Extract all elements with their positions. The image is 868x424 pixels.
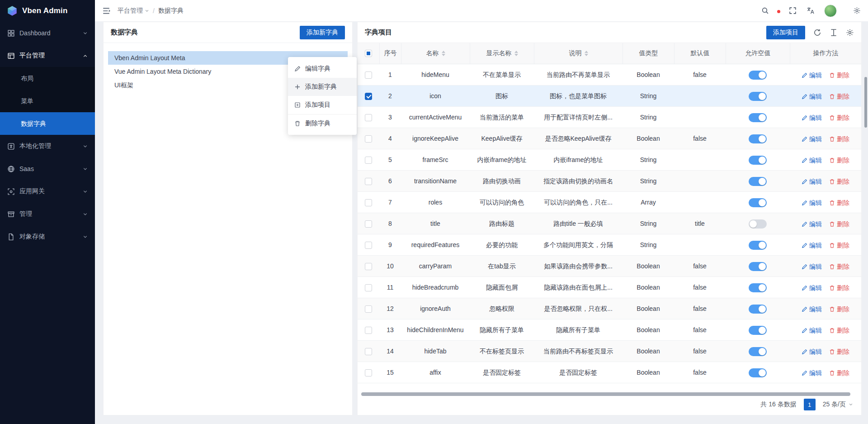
delete-link[interactable]: 删除 bbox=[829, 320, 849, 340]
sidebar-item-layout[interactable]: 布局 bbox=[0, 67, 95, 90]
column-header-name[interactable]: 名称 bbox=[401, 43, 470, 64]
edit-link[interactable]: 编辑 bbox=[802, 107, 822, 128]
nullable-toggle[interactable] bbox=[749, 305, 767, 314]
sidebar-item-saas[interactable]: Saas bbox=[0, 157, 95, 180]
app-logo[interactable]: Vben Admin bbox=[0, 0, 95, 22]
row-checkbox[interactable] bbox=[365, 199, 372, 206]
column-header-display[interactable]: 显示名称 bbox=[470, 43, 534, 64]
row-checkbox[interactable] bbox=[365, 305, 372, 313]
window-vertical-scrollbar[interactable] bbox=[864, 77, 867, 128]
pagination-page-1[interactable]: 1 bbox=[804, 399, 816, 410]
page-size-select[interactable]: 25 条/页 bbox=[823, 400, 853, 409]
theme-settings-gear-icon[interactable] bbox=[853, 7, 861, 14]
edit-link[interactable]: 编辑 bbox=[802, 150, 822, 170]
edit-link[interactable]: 编辑 bbox=[802, 171, 822, 191]
row-checkbox[interactable] bbox=[365, 327, 372, 334]
context-menu-add-dictionary[interactable]: 添加新字典 bbox=[288, 78, 357, 96]
delete-link[interactable]: 删除 bbox=[829, 214, 849, 234]
table-row[interactable]: 8title路由标题路由title 一般必填Stringtitle编辑删除 bbox=[358, 213, 861, 234]
user-avatar[interactable] bbox=[824, 5, 837, 17]
delete-link[interactable]: 删除 bbox=[829, 86, 849, 106]
row-checkbox[interactable] bbox=[365, 263, 372, 270]
delete-link[interactable]: 删除 bbox=[829, 277, 849, 298]
table-row[interactable]: 5frameSrc内嵌iframe的地址内嵌iframe的地址String编辑删… bbox=[358, 149, 861, 171]
edit-link[interactable]: 编辑 bbox=[802, 320, 822, 340]
row-checkbox[interactable] bbox=[365, 348, 372, 355]
delete-link[interactable]: 删除 bbox=[829, 129, 849, 149]
row-checkbox[interactable] bbox=[365, 157, 372, 164]
fullscreen-icon[interactable] bbox=[789, 7, 797, 14]
sidebar-item-platform-management[interactable]: 平台管理 bbox=[0, 44, 95, 67]
nullable-toggle[interactable] bbox=[749, 241, 767, 250]
refresh-icon[interactable] bbox=[813, 29, 821, 37]
edit-link[interactable]: 编辑 bbox=[802, 214, 822, 234]
context-menu-add-item[interactable]: 添加项目 bbox=[288, 96, 357, 114]
table-row[interactable]: 6transitionName路由切换动画指定该路由切换的动画名String编辑… bbox=[358, 171, 861, 192]
row-checkbox[interactable] bbox=[365, 284, 372, 291]
edit-link[interactable]: 编辑 bbox=[802, 362, 822, 383]
nullable-toggle[interactable] bbox=[749, 326, 767, 335]
column-header-sel[interactable] bbox=[358, 43, 379, 64]
nullable-toggle[interactable] bbox=[749, 156, 767, 165]
edit-link[interactable]: 编辑 bbox=[802, 299, 822, 319]
table-row[interactable]: 12ignoreAuth忽略权限是否忽略权限，只在权...Booleanfals… bbox=[358, 298, 861, 319]
sort-carets[interactable] bbox=[442, 51, 445, 56]
row-checkbox[interactable] bbox=[365, 135, 372, 143]
table-row[interactable]: 15affix是否固定标签是否固定标签Booleanfalse编辑删除 bbox=[358, 362, 861, 383]
context-menu-edit-dictionary[interactable]: 编辑字典 bbox=[288, 60, 357, 78]
delete-link[interactable]: 删除 bbox=[829, 235, 849, 255]
table-row[interactable]: 2icon图标图标，也是菜单图标String编辑删除 bbox=[358, 86, 861, 107]
sidebar-item-management[interactable]: 管理 bbox=[0, 203, 95, 225]
delete-link[interactable]: 删除 bbox=[829, 341, 849, 362]
column-settings-gear-icon[interactable] bbox=[846, 29, 854, 37]
table-row[interactable]: 11hideBreadcrumb隐藏面包屑隐藏该路由在面包屑上...Boolea… bbox=[358, 277, 861, 298]
add-dictionary-button[interactable]: 添加新字典 bbox=[300, 26, 345, 39]
nullable-toggle[interactable] bbox=[749, 177, 767, 186]
column-header-desc[interactable]: 说明 bbox=[534, 43, 623, 64]
delete-link[interactable]: 删除 bbox=[829, 107, 849, 128]
language-translate-icon[interactable] bbox=[807, 7, 814, 14]
nullable-toggle[interactable] bbox=[749, 283, 767, 292]
row-height-icon[interactable] bbox=[830, 29, 838, 37]
row-checkbox[interactable] bbox=[365, 93, 372, 100]
sidebar-item-data-dictionary[interactable]: 数据字典 bbox=[0, 112, 95, 135]
delete-link[interactable]: 删除 bbox=[829, 171, 849, 191]
table-row[interactable]: 7roles可以访问的角色可以访问的角色，只在...Array编辑删除 bbox=[358, 192, 861, 213]
row-checkbox[interactable] bbox=[365, 71, 372, 79]
row-checkbox[interactable] bbox=[365, 114, 372, 121]
edit-link[interactable]: 编辑 bbox=[802, 65, 822, 85]
row-checkbox[interactable] bbox=[365, 178, 372, 185]
nullable-toggle[interactable] bbox=[749, 347, 767, 356]
sidebar-item-menu[interactable]: 菜单 bbox=[0, 90, 95, 112]
edit-link[interactable]: 编辑 bbox=[802, 277, 822, 298]
edit-link[interactable]: 编辑 bbox=[802, 86, 822, 106]
context-menu-delete-dictionary[interactable]: 删除字典 bbox=[288, 114, 357, 132]
sidebar-item-dashboard[interactable]: Dashboard bbox=[0, 22, 95, 44]
row-checkbox[interactable] bbox=[365, 369, 372, 376]
horizontal-scrollbar[interactable] bbox=[361, 392, 850, 396]
nullable-toggle[interactable] bbox=[749, 198, 767, 207]
delete-link[interactable]: 删除 bbox=[829, 256, 849, 276]
nullable-toggle[interactable] bbox=[749, 71, 767, 80]
table-row[interactable]: 13hideChildrenInMenu隐藏所有子菜单隐藏所有子菜单Boolea… bbox=[358, 319, 861, 341]
edit-link[interactable]: 编辑 bbox=[802, 256, 822, 276]
table-row[interactable]: 3currentActiveMenu当前激活的菜单用于配置详情页时左侧...St… bbox=[358, 107, 861, 128]
nullable-toggle[interactable] bbox=[749, 368, 767, 377]
nullable-toggle[interactable] bbox=[749, 219, 767, 229]
sidebar-collapse-icon[interactable] bbox=[102, 7, 110, 15]
table-row[interactable]: 14hideTab不在标签页显示当前路由不再标签页显示Booleanfalse编… bbox=[358, 341, 861, 362]
add-item-button[interactable]: 添加项目 bbox=[766, 26, 805, 39]
nullable-toggle[interactable] bbox=[749, 134, 767, 143]
edit-link[interactable]: 编辑 bbox=[802, 129, 822, 149]
table-row[interactable]: 9requiredFeatures必要的功能多个功能间用英文，分隔String编… bbox=[358, 234, 861, 256]
table-row[interactable]: 10carryParam在tab显示如果该路由会携带参数...Booleanfa… bbox=[358, 256, 861, 277]
nullable-toggle[interactable] bbox=[749, 92, 767, 101]
sidebar-item-localization[interactable]: 本地化管理 bbox=[0, 135, 95, 157]
nullable-toggle[interactable] bbox=[749, 113, 767, 122]
table-row[interactable]: 4ignoreKeepAliveKeepAlive缓存是否忽略KeepAlive… bbox=[358, 128, 861, 149]
delete-link[interactable]: 删除 bbox=[829, 299, 849, 319]
sort-carets[interactable] bbox=[585, 51, 588, 56]
sidebar-item-object-storage[interactable]: 对象存储 bbox=[0, 225, 95, 248]
table-row[interactable]: 1hideMenu不在菜单显示当前路由不再菜单显示Booleanfalse编辑删… bbox=[358, 64, 861, 86]
delete-link[interactable]: 删除 bbox=[829, 150, 849, 170]
